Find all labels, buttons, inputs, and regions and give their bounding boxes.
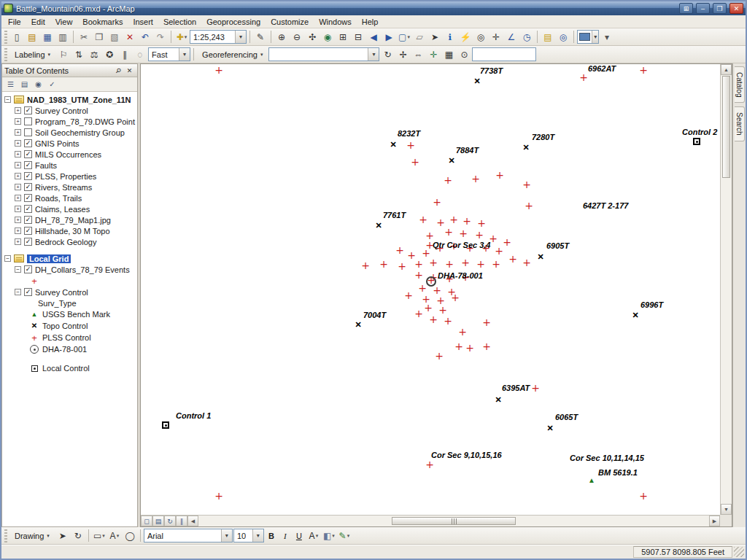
layer-checkbox[interactable]: ✓ xyxy=(24,194,32,202)
toc-layer[interactable]: +✓Claims, Leases xyxy=(4,203,137,214)
layer-label[interactable]: Bedrock Geology xyxy=(35,238,96,246)
label-priority-icon[interactable]: ⇅ xyxy=(71,47,86,62)
rotate-element-icon[interactable]: ↻ xyxy=(71,529,85,543)
toc-layer[interactable]: +✓PLSS, Properties xyxy=(4,171,137,182)
zoom-to-layer-icon[interactable]: ⊙ xyxy=(457,47,471,62)
layer-checkbox[interactable]: ✓ xyxy=(24,288,32,296)
expander-icon[interactable]: − xyxy=(15,289,21,295)
catalog-window-icon[interactable]: ▤ xyxy=(541,30,555,44)
vertical-scroll-thumb[interactable] xyxy=(722,76,730,178)
cut-icon[interactable]: ✂ xyxy=(77,30,91,44)
select-elements-icon[interactable]: ➤ xyxy=(427,30,442,44)
map-canvas[interactable]: ++++++++++++++++++++++++++++++++++++++++… xyxy=(141,64,720,515)
close-icon[interactable]: ✕ xyxy=(124,66,135,76)
layer-label[interactable]: Program_78_79.DWG Point xyxy=(35,117,135,126)
scroll-up-icon[interactable]: ▲ xyxy=(721,64,732,75)
frame-label[interactable]: Local Grid xyxy=(27,254,71,263)
toolbar-grip[interactable] xyxy=(4,31,7,44)
layer-label[interactable]: Hillshade, 30 M Topo xyxy=(35,227,110,236)
pause-labeling-icon[interactable]: ∥ xyxy=(117,47,132,62)
frame-label[interactable]: NAD_1983_UTM_Zone_11N xyxy=(27,96,131,104)
italic-button[interactable]: I xyxy=(279,529,292,542)
identify-icon[interactable]: ℹ xyxy=(443,30,457,44)
menu-bookmarks[interactable]: Bookmarks xyxy=(77,17,128,27)
layer-checkbox[interactable]: ✓ xyxy=(24,205,32,213)
menu-customize[interactable]: Customize xyxy=(266,17,314,27)
expander-icon[interactable]: + xyxy=(15,140,21,147)
layer-label[interactable]: DH_Collars_78_79 Events xyxy=(35,265,130,274)
scale-tool-icon[interactable]: ⇔ xyxy=(411,47,425,62)
measure-icon[interactable]: ∠ xyxy=(504,30,519,44)
editor-toolbar-icon[interactable]: ✎ xyxy=(253,30,268,44)
expander-icon[interactable]: + xyxy=(15,195,21,201)
lock-labels-icon[interactable]: ✪ xyxy=(102,47,117,62)
time-slider-icon[interactable]: ◷ xyxy=(519,30,534,44)
layer-checkbox[interactable]: ✓ xyxy=(24,150,32,158)
link-table-icon[interactable]: ▦ xyxy=(441,47,456,62)
shift-tool-icon[interactable]: ✢ xyxy=(395,47,410,62)
refresh-view-button[interactable]: ↻ xyxy=(164,516,176,526)
list-by-visibility-icon[interactable]: ◉ xyxy=(32,79,44,90)
layer-checkbox[interactable]: ✓ xyxy=(24,139,32,147)
toc-layer[interactable]: +Program_78_79.DWG Point xyxy=(4,116,137,127)
resize-grip[interactable] xyxy=(734,547,744,557)
expander-icon[interactable]: + xyxy=(15,238,21,245)
forward-extent-icon[interactable]: ▶ xyxy=(382,30,396,44)
labeling-menu[interactable]: Labeling▾ xyxy=(9,47,55,62)
menu-geoprocessing[interactable]: Geoprocessing xyxy=(201,17,266,27)
view-unplaced-icon[interactable]: ◌ xyxy=(133,47,147,62)
toc-layer[interactable]: +✓DH_78_79_Map1.jpg xyxy=(4,214,137,225)
layer-checkbox[interactable] xyxy=(24,117,32,125)
save-icon[interactable]: ▦ xyxy=(40,30,55,44)
toc-layer[interactable]: +✓MILS Occurrences xyxy=(4,149,137,160)
toc-layer[interactable]: −✓DH_Collars_78_79 Events xyxy=(4,264,137,275)
layer-label[interactable]: Soil Geochemistry Group xyxy=(35,128,125,137)
list-by-selection-icon[interactable]: ✓ xyxy=(46,79,58,90)
menu-selection[interactable]: Selection xyxy=(158,17,201,27)
add-control-points-icon[interactable]: ✛ xyxy=(426,47,441,62)
chevron-down-icon[interactable]: ▾ xyxy=(368,48,379,61)
expander-icon[interactable]: + xyxy=(15,107,21,114)
fixed-zoom-out-icon[interactable]: ⊟ xyxy=(351,30,365,44)
label-weight-icon[interactable]: ⚖ xyxy=(87,47,101,62)
dock-tab-search[interactable]: Search xyxy=(735,106,745,141)
toc-frame[interactable]: −Local Grid xyxy=(4,253,137,264)
pause-drawing-button[interactable]: ∥ xyxy=(176,516,187,526)
chevron-down-icon[interactable]: ▾ xyxy=(252,529,263,542)
georef-layer-combo[interactable]: ▾ xyxy=(268,47,379,61)
menu-file[interactable]: File xyxy=(3,17,26,27)
arcgis-grid-button[interactable]: ⊞ xyxy=(679,3,693,14)
list-by-drawing-order-icon[interactable]: ☰ xyxy=(4,79,17,90)
list-by-source-icon[interactable]: ▤ xyxy=(18,79,31,90)
scroll-track[interactable] xyxy=(198,516,391,526)
layer-checkbox[interactable]: ✓ xyxy=(24,161,32,169)
toc-layer[interactable]: +✓Faults xyxy=(4,160,137,171)
menu-edit[interactable]: Edit xyxy=(26,17,50,27)
expander-icon[interactable]: + xyxy=(15,228,21,234)
layer-checkbox[interactable]: ✓ xyxy=(24,172,32,180)
search-window-icon[interactable]: ◎ xyxy=(556,30,570,44)
text-tool-icon[interactable]: A▾ xyxy=(107,529,122,543)
fixed-zoom-in-icon[interactable]: ⊞ xyxy=(336,30,350,44)
layer-label[interactable]: Roads, Trails xyxy=(35,194,82,203)
layer-checkbox[interactable]: ✓ xyxy=(24,216,32,224)
font-size-combo[interactable]: 10▾ xyxy=(233,529,264,542)
expander-icon[interactable]: − xyxy=(4,255,11,262)
layer-checkbox[interactable]: ✓ xyxy=(24,183,32,191)
bold-button[interactable]: B xyxy=(265,529,278,542)
label-engine-combo[interactable]: Fast▾ xyxy=(148,47,190,61)
find-icon[interactable]: ◎ xyxy=(473,30,488,44)
layer-label[interactable]: PLSS, Properties xyxy=(35,172,96,181)
expander-icon[interactable]: + xyxy=(15,173,21,179)
toc-layer[interactable]: +✓Survey Control xyxy=(4,105,137,116)
vertical-scrollbar[interactable]: ▲ ▼ xyxy=(720,64,732,515)
toc-layer[interactable]: +✓GNIS Points xyxy=(4,138,137,149)
hyperlink-icon[interactable]: ⚡ xyxy=(458,30,473,44)
layer-label[interactable]: Survey Control xyxy=(35,288,88,297)
font-combo[interactable]: Arial▾ xyxy=(144,529,233,542)
chevron-down-icon[interactable]: ▾ xyxy=(235,31,246,43)
toc-layer[interactable]: +Soil Geochemistry Group xyxy=(4,127,137,138)
minimize-button[interactable]: – xyxy=(696,3,710,14)
expander-icon[interactable]: + xyxy=(15,217,21,223)
expander-icon[interactable]: − xyxy=(4,96,11,103)
